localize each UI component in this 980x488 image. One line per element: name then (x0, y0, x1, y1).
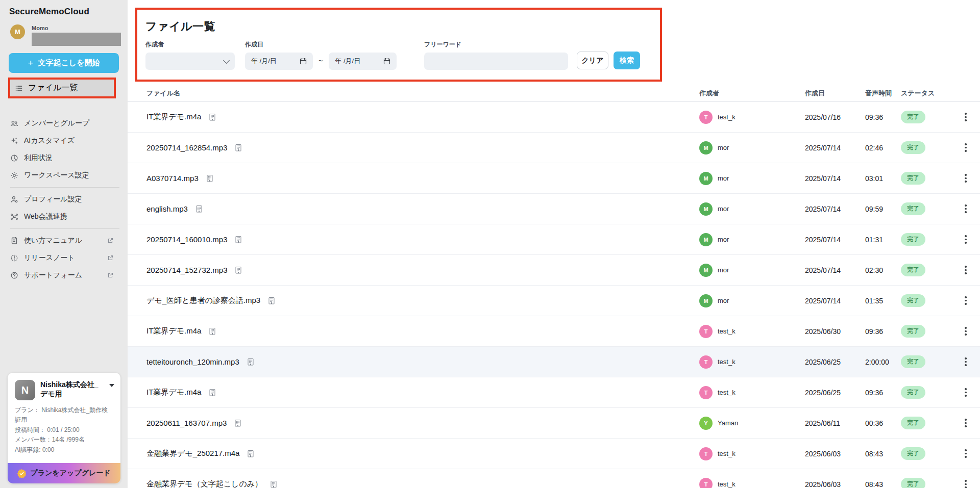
creator-filter-group: 作成者 (145, 40, 235, 70)
table-row[interactable]: 20250714_162854.mp3 M (128, 133, 980, 163)
kebab-menu-button[interactable] (959, 264, 972, 277)
creator-avatar: T (699, 325, 713, 338)
table-row[interactable]: IT業界デモ.m4a T te (128, 316, 980, 347)
sidebar-item-workspace-settings[interactable]: ワークスペース設定 (10, 167, 119, 184)
kebab-menu-button[interactable] (959, 141, 972, 155)
creator-filter-label: 作成者 (145, 40, 235, 49)
caret-down-icon (109, 384, 114, 387)
status-badge: 完了 (901, 233, 925, 246)
building-icon (235, 236, 242, 243)
kebab-menu-button[interactable] (959, 202, 972, 216)
kebab-menu-button[interactable] (959, 417, 972, 430)
file-name[interactable]: 金融業界デモ_250217.m4a (146, 449, 239, 458)
kebab-menu-button[interactable] (959, 172, 972, 185)
sidebar-item-ai-customize[interactable]: AIカスタマイズ (10, 132, 119, 149)
table-row[interactable]: デモ_医師と患者の診察会話.mp3 M (128, 286, 980, 316)
kebab-menu-button[interactable] (959, 294, 972, 307)
file-name[interactable]: デモ_医師と患者の診察会話.mp3 (146, 296, 260, 305)
redacted-bar (32, 33, 121, 46)
kebab-menu-button[interactable] (959, 111, 972, 124)
table-row[interactable]: english.mp3 M m (128, 194, 980, 224)
file-name[interactable]: 20250714_152732.mp3 (146, 266, 227, 274)
creator-avatar: M (699, 233, 713, 246)
file-name[interactable]: 金融業界デモ（文字起こしのみ） (146, 479, 262, 488)
kebab-menu-button[interactable] (959, 447, 972, 460)
kebab-menu-button[interactable] (959, 233, 972, 246)
sidebar-item-release-notes[interactable]: リリースノート (10, 249, 119, 267)
sidebar-item-file-list[interactable]: ファイル一覧 (8, 78, 116, 98)
creator-avatar: T (699, 478, 713, 488)
table-row[interactable]: A0370714.mp3 M (128, 163, 980, 194)
file-name[interactable]: 20250611_163707.mp3 (146, 419, 227, 427)
file-name[interactable]: 20250714_162854.mp3 (146, 143, 227, 152)
file-name[interactable]: tetteitouronch_120min.mp3 (146, 357, 239, 366)
creator-name: mor (718, 205, 729, 213)
creator-name: test_k (718, 450, 736, 457)
upgrade-plan-button[interactable]: プランをアップグレード (8, 463, 120, 483)
date-from-input[interactable]: 年 /月/日 (245, 53, 313, 70)
app-window: SecureMemoCloud M Momo + 文字起こしを開始 ファイル一覧… (0, 0, 980, 488)
creator-avatar: M (699, 264, 713, 277)
status-badge: 完了 (901, 141, 925, 154)
creator-name: test_k (718, 389, 736, 396)
sidebar-item-web-meeting[interactable]: Web会議連携 (10, 208, 119, 225)
column-header-duration: 音声時間 (865, 89, 901, 98)
creator-avatar: T (699, 355, 713, 369)
file-name[interactable]: IT業界デモ.m4a (146, 326, 201, 336)
creator-avatar: T (699, 111, 713, 124)
building-icon (206, 174, 213, 182)
profile-icon (10, 195, 18, 203)
table-row[interactable]: 金融業界デモ（文字起こしのみ） T (128, 469, 980, 488)
upgrade-plan-label: プランをアップグレード (30, 469, 110, 478)
date-to-placeholder: 年 /月/日 (335, 57, 360, 66)
kebab-menu-button[interactable] (959, 478, 972, 488)
creator-name: Yaman (718, 419, 738, 427)
file-name[interactable]: IT業界デモ.m4a (146, 388, 201, 397)
sidebar-item-profile-settings[interactable]: プロフィール設定 (10, 191, 119, 208)
creator-avatar: M (699, 172, 713, 185)
workspace-switcher[interactable]: N Nishika株式会社_デモ用 (8, 373, 120, 403)
sidebar-item-manual[interactable]: 使い方マニュアル (10, 232, 119, 249)
sidebar-item-label: プロフィール設定 (24, 195, 82, 204)
table-row[interactable]: 20250714_152732.mp3 M (128, 255, 980, 286)
sidebar: SecureMemoCloud M Momo + 文字起こしを開始 ファイル一覧… (0, 0, 128, 488)
sidebar-divider (10, 228, 119, 229)
column-header-file: ファイル名 (146, 89, 699, 98)
creator-avatar: M (699, 141, 713, 155)
created-date: 2025/07/14 (805, 266, 865, 274)
creator-name: mor (718, 144, 729, 151)
sparkles-icon (10, 137, 18, 145)
creator-avatar: Y (699, 417, 713, 430)
file-name[interactable]: english.mp3 (146, 204, 188, 213)
date-to-input[interactable]: 年 /月/日 (329, 53, 397, 70)
sidebar-item-support-form[interactable]: サポートフォーム (10, 267, 119, 284)
table-row[interactable]: 20250611_163707.mp3 Y (128, 408, 980, 439)
audio-duration: 09:36 (865, 327, 901, 336)
audio-duration: 03:01 (865, 174, 901, 183)
table-row[interactable]: 金融業界デモ_250217.m4a T (128, 439, 980, 469)
table-row[interactable]: IT業界デモ.m4a T te (128, 102, 980, 133)
start-transcription-button[interactable]: + 文字起こしを開始 (9, 53, 119, 73)
search-button[interactable]: 検索 (614, 52, 640, 69)
creator-name: mor (718, 266, 729, 274)
date-filter-group: 作成日 年 /月/日 ~ 年 /月/日 (245, 40, 397, 70)
table-row[interactable]: 20250714_160010.mp3 M (128, 224, 980, 255)
kebab-menu-button[interactable] (959, 355, 972, 369)
kebab-menu-button[interactable] (959, 325, 972, 338)
table-row[interactable]: IT業界デモ.m4a T te (128, 377, 980, 408)
kebab-menu-button[interactable] (959, 386, 972, 399)
keyword-input[interactable] (424, 53, 568, 70)
sidebar-item-members[interactable]: メンバーとグループ (10, 115, 119, 132)
table-row[interactable]: tetteitouronch_120min.mp3 T (128, 347, 980, 377)
calendar-icon (383, 58, 390, 65)
file-name[interactable]: IT業界デモ.m4a (146, 112, 201, 122)
column-header-creator: 作成者 (699, 89, 805, 98)
file-name[interactable]: 20250714_160010.mp3 (146, 235, 227, 244)
clear-button[interactable]: クリア (577, 52, 608, 69)
creator-select[interactable] (145, 53, 235, 70)
sidebar-item-usage[interactable]: 利用状況 (10, 149, 119, 167)
date-filter-label: 作成日 (245, 40, 397, 49)
file-name[interactable]: A0370714.mp3 (146, 174, 199, 183)
keyword-filter-label: フリーワード (424, 40, 568, 49)
status-badge: 完了 (901, 478, 925, 488)
